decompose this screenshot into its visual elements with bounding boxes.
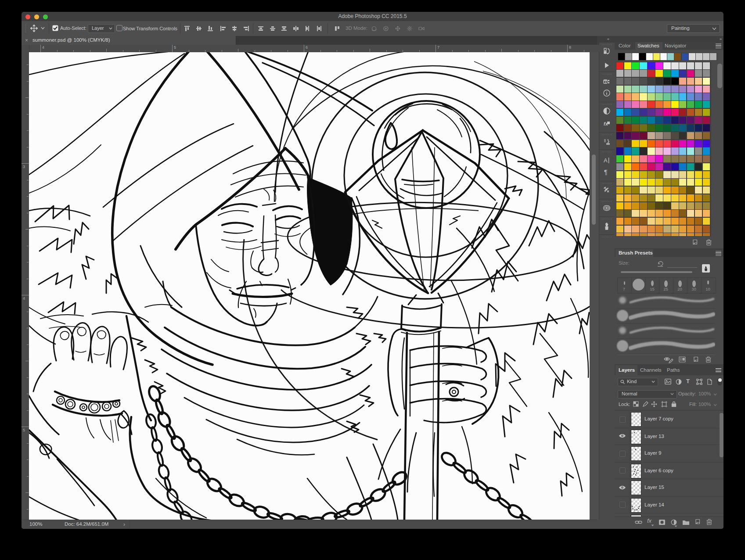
svg-text:¶: ¶ [604, 169, 608, 176]
svg-text:A: A [604, 157, 608, 164]
